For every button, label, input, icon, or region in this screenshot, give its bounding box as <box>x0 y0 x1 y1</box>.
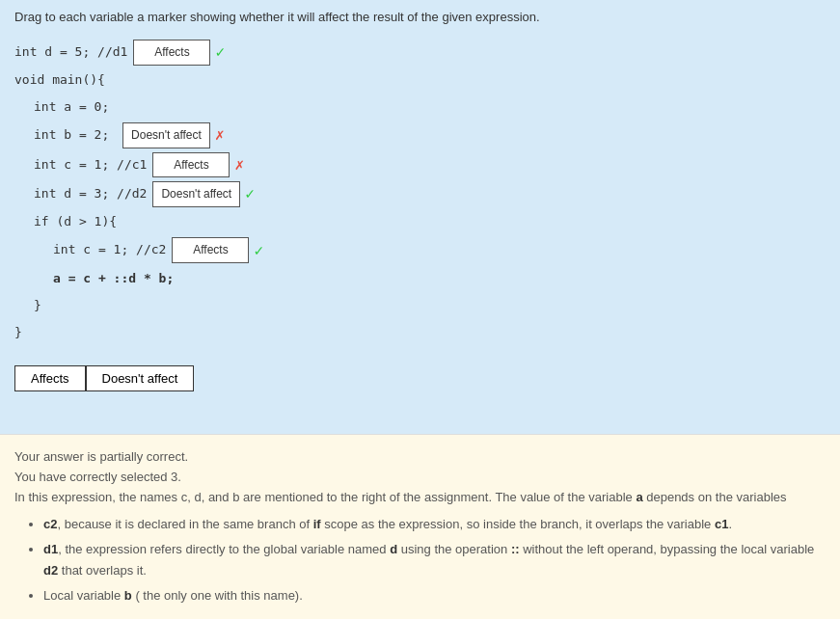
code-line-if-close: } <box>14 292 826 319</box>
bullet-b: Local variable b ( the only one with thi… <box>43 585 826 606</box>
c1-label: c1 <box>715 517 728 531</box>
code-text-a: int a = 0; <box>34 95 109 120</box>
expression-note-text: In this expression, the names c, d, and … <box>14 490 826 504</box>
marker-d2[interactable]: Doesn't affect <box>152 181 240 207</box>
code-line-b: int b = 2; Doesn't affect ✗ <box>14 121 826 149</box>
doesnt-affect-drag-button[interactable]: Doesn't affect <box>86 365 195 391</box>
marker-c2[interactable]: Affects <box>172 237 249 263</box>
result-icon-c2: ✓ <box>254 236 263 265</box>
code-line-a: int a = 0; <box>14 94 826 121</box>
code-line-c2: int c = 1; //c2 Affects ✓ <box>14 236 826 265</box>
d2-label: d2 <box>43 563 58 578</box>
marker-b[interactable]: Doesn't affect <box>122 122 210 148</box>
correctly-selected-text: You have correctly selected 3. <box>14 470 826 484</box>
code-area: int d = 5; //d1 Affects ✓ void main(){ i… <box>14 38 826 346</box>
scope-op-label: :: <box>511 542 520 556</box>
code-text-if: if (d > 1){ <box>34 210 117 234</box>
bullet-list: c2, because it is declared in the same b… <box>14 514 826 606</box>
code-text-expr: a = c + ::d * b; <box>53 267 174 291</box>
d1-label: d1 <box>43 542 58 556</box>
bullet-d1: d1, the expression refers directly to th… <box>43 539 826 581</box>
code-text-c1: int c = 1; //c1 <box>34 153 147 177</box>
d-label: d <box>390 542 397 556</box>
if-label: if <box>313 517 321 531</box>
top-section: Drag to each variable a marker showing w… <box>0 0 840 434</box>
affects-drag-button[interactable]: Affects <box>14 365 86 391</box>
code-line-main-close: } <box>14 319 826 346</box>
partial-correct-text: Your answer is partially correct. <box>14 449 826 464</box>
bottom-section: Your answer is partially correct. You ha… <box>0 434 840 619</box>
marker-c1[interactable]: Affects <box>152 152 230 178</box>
code-text-c2: int c = 1; //c2 <box>53 238 166 262</box>
code-text-d2: int d = 3; //d2 <box>34 182 147 206</box>
marker-d1[interactable]: Affects <box>133 40 210 66</box>
code-text-d1: int d = 5; //d1 <box>14 40 127 65</box>
code-line-expr: a = c + ::d * b; <box>14 265 826 292</box>
code-text-main-open: void main(){ <box>14 68 105 93</box>
result-icon-d2: ✓ <box>245 179 255 208</box>
result-icon-c1: ✗ <box>234 150 244 179</box>
c2-label: c2 <box>43 517 57 531</box>
code-line-if: if (d > 1){ <box>14 209 826 236</box>
result-icon-b: ✗ <box>215 121 225 149</box>
code-text-if-close: } <box>34 294 41 318</box>
code-line-main-open: void main(){ <box>14 67 826 94</box>
code-line-d2: int d = 3; //d2 Doesn't affect ✓ <box>14 179 826 208</box>
b-label: b <box>124 588 132 603</box>
bullet-c2: c2, because it is declared in the same b… <box>43 514 826 535</box>
code-text-b: int b = 2; <box>34 123 117 148</box>
code-line-c1: int c = 1; //c1 Affects ✗ <box>14 150 826 179</box>
code-line-d1: int d = 5; //d1 Affects ✓ <box>14 38 826 67</box>
drag-area: Affects Doesn't affect <box>14 365 826 391</box>
instruction-text: Drag to each variable a marker showing w… <box>14 10 826 24</box>
code-text-main-close: } <box>14 321 22 345</box>
variable-a-highlight: a <box>636 490 642 504</box>
result-icon-d1: ✓ <box>215 38 225 67</box>
